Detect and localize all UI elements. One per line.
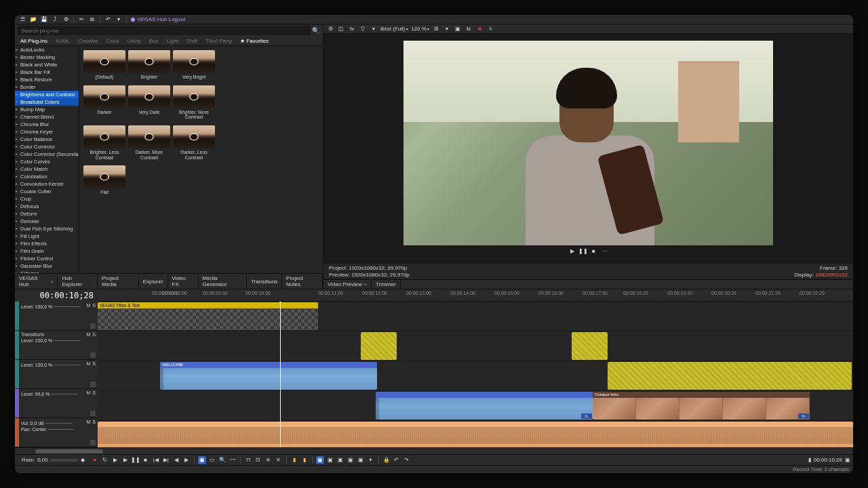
category-tab[interactable]: Third Party bbox=[203, 37, 235, 45]
overlay-icon[interactable]: ▾ bbox=[443, 25, 451, 33]
tool1-icon[interactable]: ▣ bbox=[316, 456, 324, 464]
plugin-item[interactable]: Defocus bbox=[15, 203, 79, 210]
marker2-icon[interactable]: ▮ bbox=[300, 456, 309, 464]
video-clip-3[interactable]: Outdoor Intro fx bbox=[593, 392, 810, 420]
category-tab[interactable]: Light bbox=[164, 37, 181, 45]
preset-item[interactable]: (Default) bbox=[83, 50, 125, 80]
close-preview-icon[interactable]: ⊗ bbox=[475, 25, 484, 33]
plugin-item[interactable]: Bump Map bbox=[15, 106, 79, 113]
panel-tab[interactable]: Project Notes bbox=[282, 274, 323, 289]
plugin-item[interactable]: Deform bbox=[15, 210, 79, 218]
transition-clip-2[interactable] bbox=[572, 332, 608, 360]
marker1-icon[interactable]: ▮ bbox=[290, 456, 298, 464]
redo-icon[interactable]: ▾ bbox=[115, 16, 122, 23]
tool3-icon[interactable]: ▣ bbox=[336, 456, 344, 464]
category-tab[interactable]: ★ Favorites bbox=[237, 37, 271, 45]
plugin-item[interactable]: AutoLooks bbox=[15, 46, 79, 54]
more-icon[interactable]: ⋯ bbox=[601, 247, 609, 256]
undo2-icon[interactable]: ↶ bbox=[393, 456, 401, 464]
track-header[interactable]: Level: 100,0 % MS bbox=[15, 302, 98, 331]
search-icon[interactable]: 🔍 bbox=[311, 26, 320, 35]
plugin-item[interactable]: Bézier Masking bbox=[15, 54, 79, 61]
track-header[interactable]: Level: 99,0 % MS bbox=[15, 389, 98, 418]
panel-tab[interactable]: Video FX bbox=[168, 274, 199, 289]
panel-tab[interactable]: Media Generator bbox=[199, 274, 248, 289]
preset-item[interactable]: Brighter bbox=[128, 50, 170, 80]
pause-icon[interactable]: ❚❚ bbox=[132, 456, 140, 464]
redo2-icon[interactable]: ↷ bbox=[403, 456, 411, 464]
timecode-display[interactable]: 00:00:10;28 bbox=[15, 291, 98, 300]
timeline-ruler[interactable]: 00:00:05:0000:00:08:0000:00:09:0000:00:1… bbox=[98, 289, 853, 302]
preview-subtab[interactable]: Trimmer bbox=[372, 280, 400, 289]
video-clip-yellow[interactable] bbox=[608, 362, 852, 390]
stop-icon[interactable]: ■ bbox=[590, 247, 598, 256]
split-icon[interactable]: ▽ bbox=[359, 25, 367, 33]
hub-logout[interactable]: VEGAS Hub Logout bbox=[131, 16, 185, 22]
video-clip-1[interactable]: WELCOME bbox=[160, 362, 377, 390]
plugin-item[interactable]: Color Corrector bbox=[15, 143, 79, 150]
props-icon[interactable]: ⚙ bbox=[62, 16, 69, 23]
plugin-item[interactable]: Cookie Cutter bbox=[15, 188, 79, 195]
autoripple-icon[interactable]: ≋ bbox=[264, 456, 273, 464]
plugin-item[interactable]: Black Restore bbox=[15, 76, 79, 83]
category-tab[interactable]: Creative bbox=[75, 37, 101, 45]
tool4-icon[interactable]: ▣ bbox=[347, 456, 355, 464]
plugin-item[interactable]: Denoise bbox=[15, 218, 79, 225]
preset-item[interactable]: Darker bbox=[83, 85, 125, 120]
snap-icon[interactable]: ⊓ bbox=[244, 456, 252, 464]
tool6-icon[interactable]: ✦ bbox=[367, 456, 375, 464]
pause-icon[interactable]: ❚❚ bbox=[579, 247, 587, 256]
rate-marker-icon[interactable]: ◆ bbox=[81, 457, 85, 463]
plugin-item[interactable]: Black and White bbox=[15, 61, 79, 68]
preset-item[interactable]: Very Dark bbox=[128, 85, 170, 120]
track-header[interactable]: TransitionsLevel: 100,0 % MS bbox=[15, 331, 98, 360]
play-start-icon[interactable]: ▶ bbox=[111, 456, 119, 464]
envelope-icon[interactable]: 〰 bbox=[229, 456, 237, 464]
preview-zoom[interactable]: 120 % bbox=[411, 26, 429, 32]
preset-item[interactable]: Flat bbox=[83, 165, 125, 195]
audio-clip[interactable] bbox=[98, 422, 853, 447]
output-fx-icon[interactable]: fx bbox=[348, 25, 356, 33]
preview-subtab[interactable]: Video Preview × bbox=[323, 280, 372, 289]
preset-item[interactable]: Brighter, More Contrast bbox=[173, 85, 215, 120]
plugin-item[interactable]: Black Bar Fill bbox=[15, 68, 79, 76]
dropdown-icon[interactable]: ▾ bbox=[370, 25, 378, 33]
plugin-item[interactable]: Colorization bbox=[15, 173, 79, 180]
next-frame-icon[interactable]: ▶ bbox=[182, 456, 191, 464]
normal-edit-icon[interactable]: ▣ bbox=[198, 456, 206, 464]
plugin-list[interactable]: AutoLooksBézier MaskingBlack and WhiteBl… bbox=[15, 46, 79, 273]
preview-quality[interactable]: Best (Full) bbox=[380, 26, 408, 32]
lock-icon[interactable]: 🔒 bbox=[382, 456, 391, 464]
titles-clip[interactable]: VEGAS Titles & Text bbox=[98, 302, 318, 330]
save-icon[interactable]: 💾 bbox=[41, 16, 47, 23]
plugin-item[interactable]: Glitazen bbox=[15, 270, 79, 273]
panel-tab[interactable]: VEGAS Hub × bbox=[15, 274, 58, 289]
preset-item[interactable]: Very Bright bbox=[173, 50, 215, 80]
stop-icon[interactable]: ■ bbox=[142, 456, 150, 464]
plugin-item[interactable]: Flicker Control bbox=[15, 255, 79, 262]
plugin-item[interactable]: Film Grain bbox=[15, 247, 79, 255]
category-tab[interactable]: Color bbox=[104, 37, 122, 45]
zoom-icon[interactable]: 🔍 bbox=[218, 456, 226, 464]
panel-tab[interactable]: Project Media bbox=[98, 274, 139, 289]
category-tab[interactable]: AI/ML bbox=[53, 37, 73, 45]
playhead[interactable] bbox=[280, 302, 281, 447]
category-tab[interactable]: Shift bbox=[184, 37, 200, 45]
preset-item[interactable]: Darker, Less Contrast bbox=[173, 125, 215, 160]
category-tab[interactable]: Utility bbox=[125, 37, 144, 45]
plugin-item[interactable]: Film Effects bbox=[15, 240, 79, 247]
record-icon[interactable]: ● bbox=[91, 456, 99, 464]
loop-icon[interactable]: ↻ bbox=[101, 456, 109, 464]
panel-tab[interactable]: Transitions bbox=[247, 274, 282, 289]
category-tab[interactable]: Blur bbox=[146, 37, 161, 45]
tool2-icon[interactable]: ▣ bbox=[326, 456, 334, 464]
video-clip-2[interactable]: fx bbox=[376, 392, 593, 420]
preset-item[interactable]: Brighter, Less Contrast bbox=[83, 125, 125, 160]
plugin-item[interactable]: Chroma Blur bbox=[15, 121, 79, 128]
plugin-item[interactable]: Color Balance bbox=[15, 136, 79, 143]
prev-frame-icon[interactable]: ◀ bbox=[172, 456, 180, 464]
autocross-icon[interactable]: ✕ bbox=[275, 456, 283, 464]
search-input[interactable] bbox=[18, 26, 311, 35]
plugin-item[interactable]: Chroma Keyer bbox=[15, 128, 79, 136]
copy-snap-icon[interactable]: ⧉ bbox=[465, 25, 473, 33]
